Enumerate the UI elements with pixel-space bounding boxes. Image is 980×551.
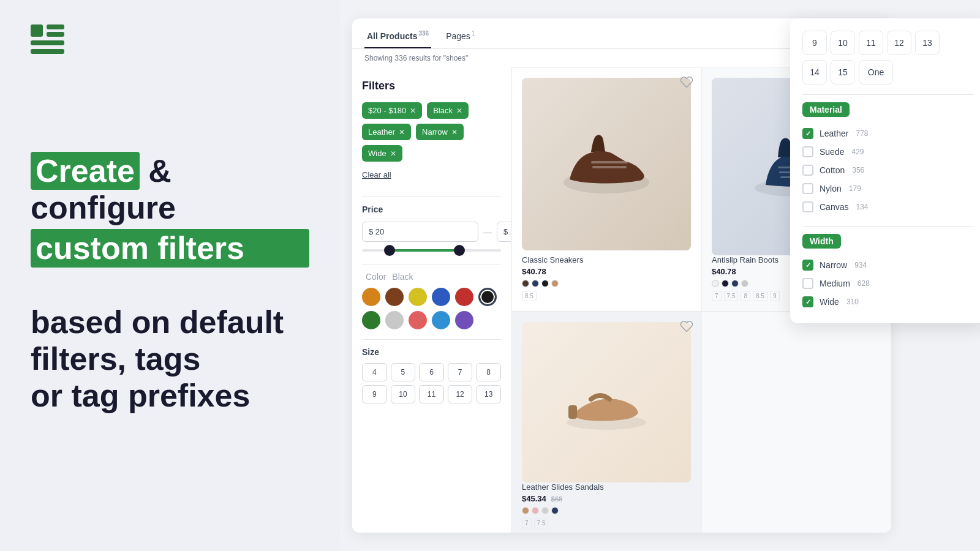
color-swatch-purple[interactable] [455,311,473,329]
color-dot[interactable] [532,507,539,514]
color-swatch-light-gray[interactable] [385,311,404,329]
material-cotton-item[interactable]: Cotton 356 [802,161,974,179]
tab-pages[interactable]: Pages1 [443,24,477,48]
page-btn-12[interactable]: 12 [887,31,911,55]
width-wide-checkbox[interactable] [802,296,813,307]
size-btn-4[interactable]: 4 [362,363,387,381]
size-tag: 8.5 [753,291,767,301]
material-canvas-item[interactable]: Canvas 134 [802,198,974,216]
material-leather-item[interactable]: Leather 778 [802,124,974,143]
remove-black-filter[interactable]: ✕ [456,107,462,115]
size-btn-5[interactable]: 5 [391,363,416,381]
size-btn-9[interactable]: 9 [362,385,387,403]
page-btn-13[interactable]: 13 [915,31,940,55]
color-swatch-light-blue[interactable] [432,311,450,329]
color-swatch-brown[interactable] [385,288,404,306]
material-suede-checkbox[interactable] [802,146,813,157]
color-swatch-yellow[interactable] [409,288,427,306]
active-filter-tags: $20 - $180 ✕ Black ✕ Leather ✕ Narrow ✕ [362,102,501,162]
remove-leather-filter[interactable]: ✕ [399,128,405,137]
size-tag: 7 [712,291,722,301]
remove-price-filter[interactable]: ✕ [410,107,416,115]
page-btn-10[interactable]: 10 [831,31,855,55]
filter-panel: Filters $20 - $180 ✕ Black ✕ Leather ✕ [352,67,511,533]
size-btn-11[interactable]: 11 [419,385,444,403]
filter-tag-price[interactable]: $20 - $180 ✕ [362,102,422,119]
material-suede-item[interactable]: Suede 429 [802,143,974,161]
size-tag: 7.5 [534,518,549,528]
color-swatch-amber[interactable] [362,288,380,306]
material-suede-count: 429 [851,148,864,156]
material-leather-label: Leather [820,129,848,138]
width-medium-checkbox[interactable] [802,278,813,289]
filter-tag-narrow[interactable]: Narrow ✕ [416,124,464,140]
wishlist-icon-3[interactable] [680,320,693,333]
page-btn-15[interactable]: 15 [831,60,855,84]
size-btn-6[interactable]: 6 [419,363,444,381]
width-narrow-count: 934 [854,261,867,269]
size-btn-12[interactable]: 12 [448,385,473,403]
filter-tag-leather[interactable]: Leather ✕ [362,124,411,140]
product-name-3: Leather Slides Sandals [522,482,691,492]
price-min-input[interactable] [362,222,478,242]
svg-rect-6 [591,161,628,163]
material-canvas-count: 134 [856,203,868,211]
color-swatch-coral[interactable] [409,311,427,329]
material-leather-count: 778 [856,129,868,138]
material-leather-checkbox[interactable] [802,128,813,139]
color-dot[interactable] [722,280,729,287]
remove-wide-filter[interactable]: ✕ [390,149,396,158]
width-narrow-item[interactable]: Narrow 934 [802,256,974,274]
product-image-3 [522,322,691,482]
size-tag: 7.5 [724,291,739,301]
color-swatch-blue[interactable] [432,288,450,306]
size-btn-8[interactable]: 8 [476,363,501,381]
color-swatches [362,288,501,329]
material-section: Material Leather 778 Suede 429 Cotton 35… [802,102,974,216]
color-dot[interactable] [532,280,539,287]
filter-tag-wide[interactable]: Wide ✕ [362,145,402,162]
material-nylon-checkbox[interactable] [802,183,813,194]
material-canvas-checkbox[interactable] [802,201,813,212]
color-dot[interactable] [551,507,559,514]
color-swatch-green[interactable] [362,311,380,329]
product-card-3: Leather Slides Sandals $45.34 $68 [511,312,701,533]
svg-rect-4 [31,49,64,54]
price-section-label: Price [362,204,501,214]
price-range-track[interactable] [362,249,501,252]
filter-tag-black[interactable]: Black ✕ [427,102,469,119]
material-nylon-item[interactable]: Nylon 179 [802,179,974,198]
page-btn-one[interactable]: One [859,60,893,84]
tab-all-products[interactable]: All Products336 [364,24,431,48]
color-dot[interactable] [522,280,529,287]
width-medium-item[interactable]: Medium 628 [802,274,974,293]
size-btn-13[interactable]: 13 [476,385,501,403]
width-wide-item[interactable]: Wide 310 [802,293,974,311]
material-cotton-count: 356 [852,166,864,174]
color-dot[interactable] [741,280,748,287]
material-cotton-checkbox[interactable] [802,165,813,176]
color-dot[interactable] [712,280,719,287]
price-max-input[interactable] [497,222,511,242]
page-btn-14[interactable]: 14 [802,60,827,84]
color-dot[interactable] [541,280,549,287]
color-swatch-black[interactable] [478,288,497,306]
product-price-1: $40.78 [522,267,583,276]
remove-narrow-filter[interactable]: ✕ [451,128,458,137]
color-swatch-red[interactable] [455,288,473,306]
product-colors-3 [522,507,691,514]
size-btn-10[interactable]: 10 [391,385,416,403]
color-dot[interactable] [731,280,739,287]
price-range-thumb-min[interactable] [384,245,395,256]
width-narrow-checkbox[interactable] [802,260,813,271]
wishlist-icon-1[interactable] [680,75,693,89]
page-btn-9[interactable]: 9 [802,31,827,55]
color-dot[interactable] [522,507,529,514]
left-panel: Create & configure custom filters based … [0,0,340,551]
color-dot[interactable] [541,507,549,514]
page-btn-11[interactable]: 11 [859,31,883,55]
clear-all-button[interactable]: Clear all [362,170,391,179]
color-dot[interactable] [551,280,559,287]
size-btn-7[interactable]: 7 [448,363,473,381]
price-range-thumb-max[interactable] [454,245,465,256]
